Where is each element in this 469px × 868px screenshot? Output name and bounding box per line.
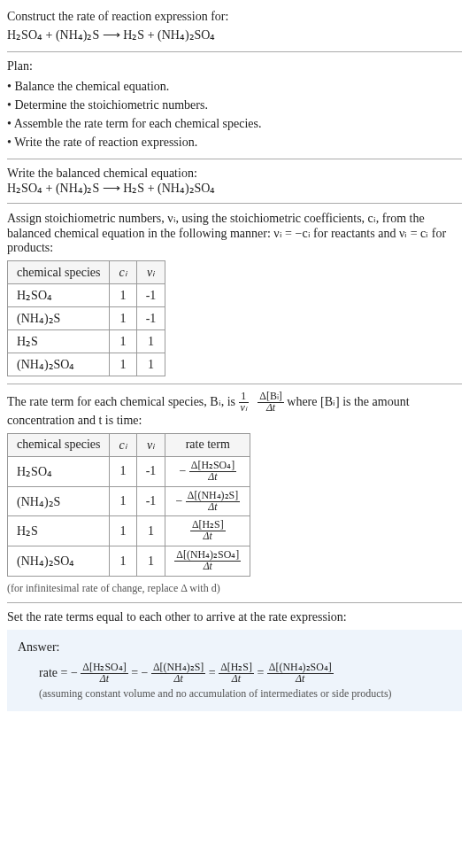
cell-species: (NH₄)₂S: [8, 486, 110, 516]
plan-title: Plan:: [7, 59, 462, 74]
cell-species: H₂SO₄: [8, 284, 110, 307]
answer-label: Answer:: [18, 640, 451, 655]
rate-frac: Δ[(NH₄)₂S] Δt: [186, 491, 240, 513]
rateterm-footnote: (for infinitesimal rate of change, repla…: [7, 582, 462, 595]
frac-den: Δt: [151, 674, 205, 685]
prompt-line1: Construct the rate of reaction expressio…: [7, 7, 462, 26]
cell-c: 1: [110, 456, 136, 486]
cell-v: 1: [136, 353, 165, 376]
rateterm-frac2: Δ[Bᵢ] Δt: [258, 391, 284, 414]
answer-note: (assuming constant volume and no accumul…: [39, 687, 451, 701]
rate-prefix: rate = −: [39, 666, 78, 679]
col-v: νᵢ: [136, 261, 165, 284]
prompt: Construct the rate of reaction expressio…: [7, 7, 462, 44]
cell-c: 1: [110, 546, 136, 577]
col-c: cᵢ: [110, 261, 136, 284]
frac-den: Δt: [186, 502, 240, 513]
frac-den: νᵢ: [239, 403, 249, 414]
prompt-equation: H₂SO₄ + (NH₄)₂S ⟶ H₂S + (NH₄)₂SO₄: [7, 26, 462, 44]
col-rate: rate term: [165, 433, 250, 456]
rateterm-table: chemical species cᵢ νᵢ rate term H₂SO₄ 1…: [7, 433, 250, 577]
setequal-text: Set the rate terms equal to each other t…: [7, 610, 462, 624]
col-v: νᵢ: [136, 433, 165, 456]
cell-species: (NH₄)₂S: [8, 307, 110, 330]
cell-v: -1: [136, 284, 165, 307]
cell-species: (NH₄)₂SO₄: [8, 353, 110, 376]
plan-item: • Write the rate of reaction expression.: [7, 133, 462, 151]
table-row: H₂SO₄ 1 -1: [8, 284, 165, 307]
cell-c: 1: [110, 284, 136, 307]
rate-frac: Δ[H₂SO₄] Δt: [81, 663, 127, 685]
divider: [7, 384, 462, 384]
cell-rate: − Δ[(NH₄)₂S] Δt: [165, 486, 250, 516]
rate-frac: Δ[(NH₄)₂SO₄] Δt: [174, 550, 241, 572]
balanced-equation: H₂SO₄ + (NH₄)₂S ⟶ H₂S + (NH₄)₂SO₄: [7, 181, 462, 196]
stoich-table: chemical species cᵢ νᵢ H₂SO₄ 1 -1 (NH₄)₂…: [7, 260, 165, 376]
rateterm-intro-a: The rate term for each chemical species,…: [7, 395, 239, 408]
table-row: (NH₄)₂S 1 -1: [8, 307, 165, 330]
eq-sign: =: [257, 666, 266, 679]
divider: [7, 51, 462, 52]
plan-item: • Determine the stoichiometric numbers.: [7, 96, 462, 114]
divider: [7, 602, 462, 603]
table-header-row: chemical species cᵢ νᵢ rate term: [8, 433, 250, 456]
answer-content: rate = − Δ[H₂SO₄] Δt = − Δ[(NH₄)₂S] Δt =…: [18, 660, 451, 701]
cell-species: H₂S: [8, 516, 110, 546]
rate-frac: Δ[H₂S] Δt: [190, 520, 226, 542]
rate-frac: Δ[H₂SO₄] Δt: [189, 461, 236, 483]
cell-v: -1: [136, 486, 165, 516]
rate-sign: −: [175, 493, 182, 507]
cell-c: 1: [110, 486, 136, 516]
table-row: (NH₄)₂SO₄ 1 1 Δ[(NH₄)₂SO₄] Δt: [8, 546, 250, 577]
cell-c: 1: [110, 353, 136, 376]
frac-den: Δt: [219, 674, 254, 685]
rate-frac: Δ[(NH₄)₂SO₄] Δt: [267, 663, 334, 685]
table-row: H₂S 1 1: [8, 330, 165, 353]
table-row: (NH₄)₂SO₄ 1 1: [8, 353, 165, 376]
answer-box: Answer: rate = − Δ[H₂SO₄] Δt = − Δ[(NH₄)…: [7, 630, 462, 711]
cell-v: -1: [136, 456, 165, 486]
setequal-section: Set the rate terms equal to each other t…: [7, 610, 462, 624]
frac-den: Δt: [189, 472, 236, 483]
cell-rate: Δ[H₂S] Δt: [165, 516, 250, 546]
cell-rate: − Δ[H₂SO₄] Δt: [165, 456, 250, 486]
balanced-title: Write the balanced chemical equation:: [7, 167, 462, 181]
cell-species: (NH₄)₂SO₄: [8, 546, 110, 577]
rateterm-frac1: 1 νᵢ: [239, 391, 249, 414]
table-row: (NH₄)₂S 1 -1 − Δ[(NH₄)₂S] Δt: [8, 486, 250, 516]
col-c: cᵢ: [110, 433, 136, 456]
cell-c: 1: [110, 307, 136, 330]
col-species: chemical species: [8, 261, 110, 284]
cell-v: 1: [136, 546, 165, 577]
eq-sign: =: [209, 666, 219, 679]
rate-frac: Δ[H₂S] Δt: [219, 663, 254, 685]
cell-species: H₂S: [8, 330, 110, 353]
cell-v: -1: [136, 307, 165, 330]
frac-den: Δt: [267, 674, 334, 685]
balanced-section: Write the balanced chemical equation: H₂…: [7, 167, 462, 196]
stoich-intro: Assign stoichiometric numbers, νᵢ, using…: [7, 211, 462, 255]
plan-item: • Balance the chemical equation.: [7, 77, 462, 96]
rateterm-section: The rate term for each chemical species,…: [7, 391, 462, 595]
divider: [7, 203, 462, 204]
frac-den: Δt: [174, 562, 241, 572]
frac-den: Δt: [258, 403, 284, 414]
table-header-row: chemical species cᵢ νᵢ: [8, 261, 165, 284]
rate-sign: −: [179, 463, 186, 477]
plan-bullets: • Balance the chemical equation. • Deter…: [7, 77, 462, 151]
cell-c: 1: [110, 516, 136, 546]
plan-section: Plan: • Balance the chemical equation. •…: [7, 59, 462, 151]
cell-rate: Δ[(NH₄)₂SO₄] Δt: [165, 546, 250, 577]
eq-sign: = −: [131, 666, 148, 679]
cell-v: 1: [136, 330, 165, 353]
rate-frac: Δ[(NH₄)₂S] Δt: [151, 663, 205, 685]
frac-den: Δt: [81, 674, 127, 685]
cell-species: H₂SO₄: [8, 456, 110, 486]
cell-c: 1: [110, 330, 136, 353]
rate-expression: rate = − Δ[H₂SO₄] Δt = − Δ[(NH₄)₂S] Δt =…: [39, 660, 451, 687]
frac-den: Δt: [190, 531, 226, 542]
col-species: chemical species: [8, 433, 110, 456]
table-row: H₂SO₄ 1 -1 − Δ[H₂SO₄] Δt: [8, 456, 250, 486]
plan-item: • Assemble the rate term for each chemic…: [7, 114, 462, 133]
divider: [7, 159, 462, 159]
